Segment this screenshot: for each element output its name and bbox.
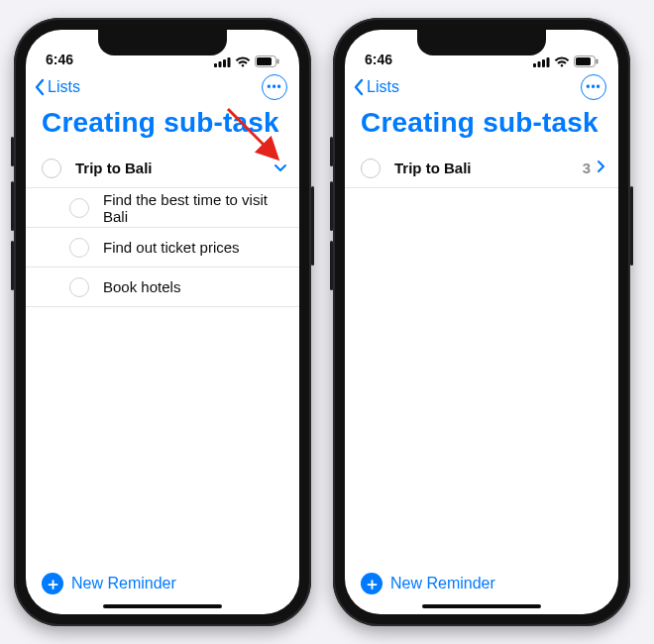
status-icons [214, 55, 279, 67]
svg-rect-9 [538, 61, 541, 67]
radio-unchecked[interactable] [69, 277, 89, 297]
chevron-right-icon [597, 160, 606, 173]
back-button[interactable]: Lists [34, 78, 80, 96]
chevron-left-icon [34, 78, 46, 96]
screen-left: 6:46 Lists ••• Creating sub-task Trip to… [26, 30, 299, 614]
reminder-row-parent[interactable]: Trip to Bali 3 [345, 149, 618, 188]
reminder-row-sub[interactable]: Find out ticket prices [26, 228, 299, 268]
status-icons [533, 55, 599, 67]
subtask-count: 3 [583, 160, 591, 176]
chevron-down-icon [273, 163, 287, 173]
screen-right: 6:46 Lists ••• Creating sub-task Trip to… [345, 30, 618, 614]
home-indicator[interactable] [103, 604, 222, 608]
back-label: Lists [48, 78, 80, 96]
plus-icon: ＋ [42, 573, 63, 594]
reminder-label: Trip to Bali [394, 160, 583, 176]
cellular-icon [533, 56, 550, 67]
svg-rect-3 [228, 57, 231, 67]
reminder-label: Trip to Bali [75, 160, 273, 176]
notch [417, 30, 546, 55]
cellular-icon [214, 56, 231, 67]
radio-unchecked[interactable] [42, 159, 61, 178]
expand-toggle[interactable] [597, 160, 606, 176]
svg-rect-5 [257, 57, 272, 65]
svg-rect-11 [547, 57, 550, 67]
svg-rect-0 [214, 63, 217, 67]
svg-rect-2 [223, 59, 226, 67]
page-title: Creating sub-task [345, 105, 618, 149]
reminder-row-parent[interactable]: Trip to Bali [26, 149, 299, 188]
ellipsis-icon: ••• [586, 80, 601, 94]
svg-rect-14 [597, 59, 599, 64]
radio-unchecked[interactable] [69, 238, 89, 258]
svg-rect-8 [533, 63, 536, 67]
wifi-icon [235, 56, 251, 67]
reminder-row-sub[interactable]: Find the best time to visit Bali [26, 188, 299, 228]
home-indicator[interactable] [422, 604, 541, 608]
notch [98, 30, 227, 55]
new-reminder-label: New Reminder [390, 575, 495, 592]
svg-rect-13 [576, 57, 591, 65]
phone-frame-right: 6:46 Lists ••• Creating sub-task Trip to… [333, 18, 630, 626]
reminder-label: Find out ticket prices [103, 239, 287, 256]
wifi-icon [554, 56, 570, 67]
reminder-row-sub[interactable]: Book hotels [26, 268, 299, 307]
phone-frame-left: 6:46 Lists ••• Creating sub-task Trip to… [14, 18, 311, 626]
more-button[interactable]: ••• [581, 74, 606, 100]
back-label: Lists [367, 78, 399, 96]
battery-icon [574, 55, 599, 67]
reminder-list: Trip to Bali 3 [345, 149, 618, 565]
ellipsis-icon: ••• [267, 80, 282, 94]
page-title: Creating sub-task [26, 105, 299, 149]
back-button[interactable]: Lists [353, 78, 399, 96]
plus-icon: ＋ [361, 573, 382, 594]
more-button[interactable]: ••• [262, 74, 287, 100]
svg-rect-6 [277, 59, 279, 64]
svg-rect-10 [542, 59, 545, 67]
radio-unchecked[interactable] [361, 159, 381, 178]
reminder-list: Trip to Bali Find the best time to visit… [26, 149, 299, 565]
chevron-left-icon [353, 78, 365, 96]
svg-rect-1 [219, 61, 222, 67]
battery-icon [255, 55, 279, 67]
status-time: 6:46 [46, 52, 73, 67]
reminder-label: Book hotels [103, 278, 287, 295]
new-reminder-label: New Reminder [71, 575, 176, 592]
collapse-toggle[interactable] [273, 160, 287, 176]
status-time: 6:46 [365, 52, 392, 67]
nav-bar: Lists ••• [26, 69, 299, 105]
nav-bar: Lists ••• [345, 69, 618, 105]
reminder-label: Find the best time to visit Bali [103, 191, 287, 225]
radio-unchecked[interactable] [69, 198, 89, 218]
